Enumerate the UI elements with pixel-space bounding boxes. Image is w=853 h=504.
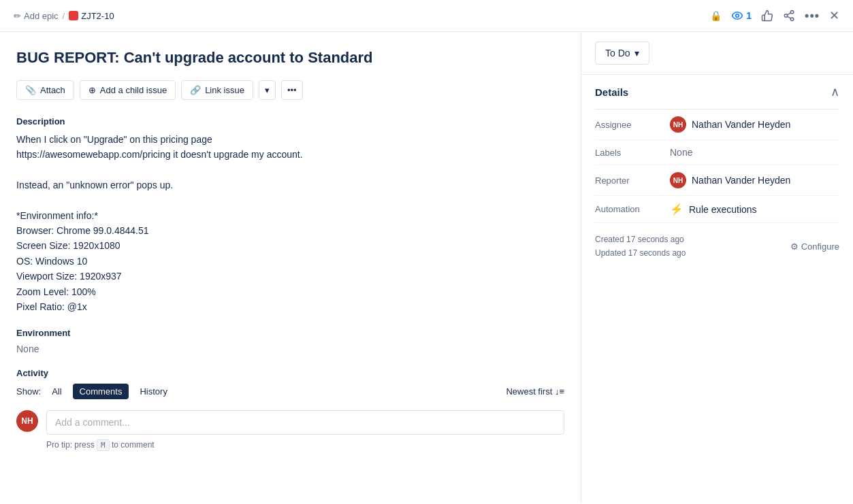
filter-all-button[interactable]: All: [45, 384, 68, 399]
assignee-value: NH Nathan Vander Heyden: [670, 116, 790, 133]
sort-button[interactable]: Newest first ↓≡: [506, 386, 564, 397]
description-title: Description: [16, 116, 564, 127]
right-panel: To Do ▾ Details ∧ Assignee NH Nathan Van…: [581, 32, 853, 503]
lightning-icon: ⚡: [670, 203, 683, 216]
updated-time: Updated 17 seconds ago: [595, 246, 686, 260]
automation-label: Automation: [595, 204, 670, 214]
automation-value: ⚡ Rule executions: [670, 203, 757, 216]
more-icon[interactable]: •••: [805, 9, 820, 23]
pencil-icon: ✏: [14, 11, 21, 21]
filter-history-button[interactable]: History: [133, 384, 174, 399]
action-bar: 📎 Attach ⊕ Add a child issue 🔗 Link issu…: [16, 80, 564, 100]
comment-placeholder: Add a comment...: [55, 417, 130, 428]
chevron-down-icon: ▾: [265, 85, 270, 95]
status-button[interactable]: To Do ▾: [595, 41, 649, 65]
top-bar-actions: 🔒 1 ••• ✕: [710, 8, 839, 23]
reporter-row: Reporter NH Nathan Vander Heyden: [595, 165, 839, 196]
svg-point-2: [784, 14, 788, 18]
automation-row: Automation ⚡ Rule executions: [595, 196, 839, 223]
top-bar: ✏ Add epic / ZJT2-10 🔒 1 ••• ✕: [0, 0, 853, 32]
svg-point-3: [790, 18, 794, 21]
reporter-name: Nathan Vander Heyden: [692, 175, 790, 186]
comment-input-row: NH Add a comment...: [16, 410, 564, 435]
assignee-row: Assignee NH Nathan Vander Heyden: [595, 110, 839, 140]
sort-label: Newest first ↓≡: [506, 386, 564, 397]
environment-value: None: [16, 343, 564, 354]
add-child-issue-button[interactable]: ⊕ Add a child issue: [80, 80, 176, 100]
reporter-label: Reporter: [595, 175, 670, 186]
configure-label: Configure: [801, 241, 839, 252]
reporter-value: NH Nathan Vander Heyden: [670, 172, 790, 188]
activity-filter-row: Show: All Comments History Newest first …: [16, 384, 564, 399]
breadcrumb-separator: /: [63, 11, 65, 21]
breadcrumb: ✏ Add epic / ZJT2-10: [14, 11, 114, 21]
details-panel: Details ∧ Assignee NH Nathan Vander Heyd…: [581, 75, 853, 503]
attach-label: Attach: [40, 85, 65, 95]
main-layout: BUG REPORT: Can't upgrade account to Sta…: [0, 32, 853, 503]
issue-id-badge: ZJT2-10: [69, 11, 114, 21]
attach-button[interactable]: 📎 Attach: [16, 80, 74, 100]
meta-row: Created 17 seconds ago Updated 17 second…: [595, 223, 839, 261]
environment-title: Environment: [16, 328, 564, 338]
comment-input[interactable]: Add a comment...: [46, 410, 564, 435]
thumbsup-icon[interactable]: [761, 10, 773, 22]
labels-row: Labels None: [595, 140, 839, 165]
configure-button[interactable]: ⚙ Configure: [790, 241, 839, 252]
link-issue-button[interactable]: 🔗 Link issue: [181, 80, 253, 100]
filter-comments-button[interactable]: Comments: [73, 384, 129, 399]
link-icon: 🔗: [190, 85, 201, 95]
svg-line-5: [788, 13, 791, 15]
description-section: Description When I click on "Upgrade" on…: [16, 116, 564, 315]
assignee-label: Assignee: [595, 120, 670, 130]
details-title: Details: [595, 86, 628, 98]
more-actions-button[interactable]: •••: [281, 80, 303, 100]
ellipsis-icon: •••: [287, 85, 297, 95]
pro-tip-key: M: [97, 439, 110, 451]
current-user-avatar: NH: [16, 410, 38, 432]
content-area: BUG REPORT: Can't upgrade account to Sta…: [0, 32, 581, 503]
svg-point-0: [736, 14, 739, 18]
assignee-name: Nathan Vander Heyden: [692, 119, 790, 130]
lock-icon[interactable]: 🔒: [710, 10, 722, 21]
add-epic-link[interactable]: ✏ Add epic: [14, 11, 59, 21]
status-dropdown-icon: ▾: [634, 48, 639, 58]
watch-icon[interactable]: 1: [731, 10, 752, 22]
created-time: Created 17 seconds ago: [595, 233, 686, 246]
assignee-avatar: NH: [670, 116, 686, 133]
environment-section: Environment None: [16, 328, 564, 354]
child-icon: ⊕: [88, 85, 96, 95]
details-collapse-button[interactable]: ∧: [831, 84, 839, 99]
reporter-avatar: NH: [670, 172, 686, 188]
share-icon[interactable]: [783, 10, 795, 22]
labels-label: Labels: [595, 148, 670, 158]
status-label: To Do: [605, 48, 630, 58]
activity-title: Activity: [16, 368, 564, 378]
activity-filters: Show: All Comments History: [16, 384, 174, 399]
pro-tip: Pro tip: press M to comment: [46, 440, 564, 450]
labels-value: None: [670, 147, 692, 158]
status-bar: To Do ▾: [581, 32, 853, 75]
attach-icon: 📎: [25, 85, 36, 95]
details-header: Details ∧: [595, 75, 839, 110]
svg-line-4: [788, 16, 791, 18]
show-label: Show:: [16, 386, 41, 397]
close-icon[interactable]: ✕: [829, 8, 839, 23]
add-epic-label: Add epic: [24, 11, 59, 21]
issue-title: BUG REPORT: Can't upgrade account to Sta…: [16, 48, 564, 68]
description-text: When I click on "Upgrade" on this pricin…: [16, 132, 564, 315]
meta-times: Created 17 seconds ago Updated 17 second…: [595, 233, 686, 261]
link-issue-label: Link issue: [205, 85, 244, 95]
expand-actions-button[interactable]: ▾: [259, 80, 276, 100]
svg-point-1: [790, 11, 794, 14]
gear-icon: ⚙: [790, 241, 799, 252]
activity-section: Activity Show: All Comments History Newe…: [16, 368, 564, 450]
add-child-label: Add a child issue: [100, 85, 167, 95]
